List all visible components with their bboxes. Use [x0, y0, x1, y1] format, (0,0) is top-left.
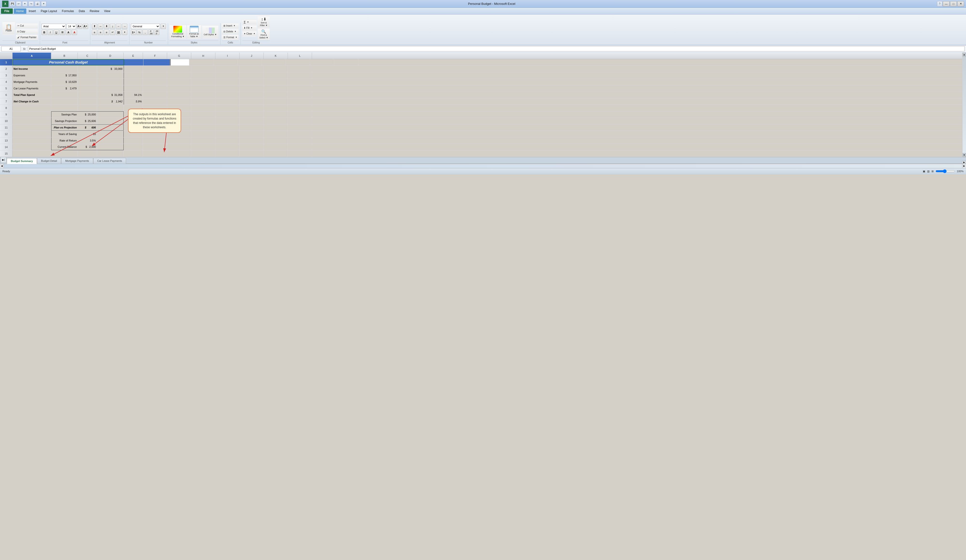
cell-K4[interactable] — [264, 79, 288, 85]
cell-L13[interactable] — [288, 137, 312, 144]
align-right-button[interactable]: ≡ — [104, 30, 109, 35]
underline-button[interactable]: U — [54, 30, 59, 35]
cell-J5[interactable] — [240, 85, 264, 92]
scroll-h-track[interactable] — [4, 164, 962, 168]
cell-H12[interactable] — [191, 131, 215, 137]
cell-K12[interactable] — [264, 131, 288, 137]
decrease-decimal-button[interactable]: .00.0 — [154, 30, 159, 35]
row-header-5[interactable]: 5 — [0, 85, 13, 92]
cell-C3[interactable] — [78, 72, 97, 79]
cell-L4[interactable] — [288, 79, 312, 85]
cell-D1[interactable] — [143, 59, 170, 66]
cell-D15[interactable] — [97, 150, 124, 157]
col-header-D[interactable]: D — [97, 53, 124, 59]
cell-H4[interactable] — [191, 79, 215, 85]
cell-L6[interactable] — [288, 92, 312, 98]
cell-C1[interactable] — [124, 59, 143, 66]
cell-K11[interactable] — [264, 124, 288, 131]
delete-button[interactable]: ⊟Delete▼ — [222, 29, 238, 34]
cell-I3[interactable] — [215, 72, 240, 79]
cell-D13[interactable] — [97, 137, 124, 144]
cell-G2[interactable] — [167, 66, 191, 72]
cell-L3[interactable] — [288, 72, 312, 79]
view-normal-icon[interactable]: ▣ — [923, 170, 925, 173]
menu-insert[interactable]: Insert — [26, 8, 38, 14]
cell-J8[interactable] — [240, 105, 264, 111]
cell-C12[interactable]: 10 — [78, 131, 97, 137]
cell-J13[interactable] — [240, 137, 264, 144]
tab-car-lease-payments[interactable]: Car Lease Payments — [93, 158, 126, 164]
cell-A13[interactable] — [13, 137, 51, 144]
cell-D7[interactable]: $ 1,942 — [97, 98, 124, 105]
cell-H6[interactable] — [191, 92, 215, 98]
cell-B6[interactable] — [51, 92, 78, 98]
cell-B3[interactable]: $ 17,950 — [51, 72, 78, 79]
cell-L5[interactable] — [288, 85, 312, 92]
cell-H2[interactable] — [191, 66, 215, 72]
cell-L15[interactable] — [288, 150, 312, 157]
increase-decimal-button[interactable]: .0.00 — [148, 30, 154, 35]
cell-K8[interactable] — [264, 105, 288, 111]
cell-A5[interactable]: Car Lease Payments — [13, 85, 51, 92]
cell-I2[interactable] — [215, 66, 240, 72]
col-header-B[interactable]: B — [51, 53, 78, 59]
cell-G6[interactable] — [167, 92, 191, 98]
cell-L7[interactable] — [288, 98, 312, 105]
cell-I7[interactable] — [215, 98, 240, 105]
cell-F1[interactable] — [189, 59, 214, 66]
merge-dropdown[interactable]: ▼ — [122, 30, 127, 35]
cell-F14[interactable] — [143, 144, 167, 150]
cell-I6[interactable] — [215, 92, 240, 98]
cell-A11[interactable] — [13, 124, 51, 131]
menu-data[interactable]: Data — [76, 8, 87, 14]
cell-I12[interactable] — [215, 131, 240, 137]
cell-I13[interactable] — [215, 137, 240, 144]
clear-button[interactable]: ✦Clear ▼ — [242, 31, 257, 36]
cell-I4[interactable] — [215, 79, 240, 85]
cell-A7[interactable]: Net Change in Cash — [13, 98, 51, 105]
font-color-button[interactable]: A — [72, 30, 77, 35]
row-header-10[interactable]: 10 — [0, 118, 13, 124]
paste-button[interactable]: 📋 Paste — [2, 22, 15, 35]
cut-button[interactable]: ✂Cut — [16, 23, 38, 28]
indent-increase-button[interactable]: → — [122, 24, 127, 29]
sort-filter-button[interactable]: ↕⬇ Sort &Filter ▼ — [258, 16, 270, 28]
menu-file[interactable]: File — [1, 8, 13, 14]
align-middle-button[interactable]: ↔ — [98, 24, 103, 29]
cell-C8[interactable] — [78, 105, 97, 111]
row-header-8[interactable]: 8 — [0, 105, 13, 111]
row-header-1[interactable]: 1 — [0, 59, 13, 66]
cell-F5[interactable] — [143, 85, 167, 92]
cell-G4[interactable] — [167, 79, 191, 85]
cell-C11[interactable]: $ 606 — [78, 124, 97, 131]
scroll-track[interactable] — [963, 56, 966, 153]
cell-G13[interactable] — [167, 137, 191, 144]
cell-G3[interactable] — [167, 72, 191, 79]
col-header-K[interactable]: K — [264, 53, 288, 59]
cell-L12[interactable] — [288, 131, 312, 137]
row-header-15[interactable]: 15 — [0, 150, 13, 157]
cell-E3[interactable] — [124, 72, 143, 79]
print-button[interactable]: 🖨 — [35, 1, 40, 7]
cell-A6[interactable]: Total Plan Spend — [13, 92, 51, 98]
save-button[interactable]: 💾 — [10, 1, 15, 7]
cell-D4[interactable] — [97, 79, 124, 85]
cell-L9[interactable] — [288, 111, 312, 118]
cell-E14[interactable] — [124, 144, 143, 150]
cell-B9[interactable]: Savings Plan — [51, 111, 78, 118]
cell-A10[interactable] — [13, 118, 51, 124]
menu-review[interactable]: Review — [87, 8, 102, 14]
cell-G5[interactable] — [167, 85, 191, 92]
cell-A3[interactable]: Expenses — [13, 72, 51, 79]
tab-horizontal-scroll[interactable]: ▶ — [962, 161, 966, 164]
row-header-12[interactable]: 12 — [0, 131, 13, 137]
col-header-I[interactable]: I — [215, 53, 240, 59]
row-header-3[interactable]: 3 — [0, 72, 13, 79]
cell-K13[interactable] — [264, 137, 288, 144]
cell-L14[interactable] — [288, 144, 312, 150]
align-bottom-button[interactable]: ⬇ — [104, 24, 109, 29]
cell-E4[interactable] — [124, 79, 143, 85]
find-select-button[interactable]: 🔍 Find &Select ▼ — [258, 28, 270, 40]
bold-button[interactable]: B — [41, 30, 47, 35]
cell-C9[interactable]: $ 25,000 — [78, 111, 97, 118]
